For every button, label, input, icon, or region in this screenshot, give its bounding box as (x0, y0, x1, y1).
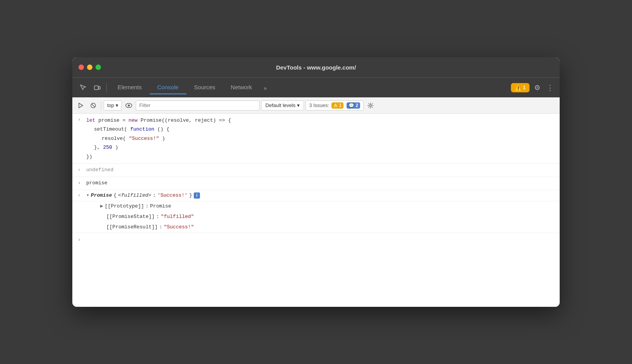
console-input[interactable] (86, 237, 560, 243)
promise-close-brace: } (189, 192, 192, 200)
promise-colon: : (153, 192, 156, 200)
maximize-button[interactable] (96, 65, 101, 70)
levels-arrow: ▾ (297, 102, 300, 108)
code-line-5: }) (86, 152, 560, 161)
svg-point-6 (128, 104, 130, 106)
tab-console[interactable]: Console (150, 81, 186, 94)
console-settings-icon[interactable] (365, 100, 376, 111)
proto-state-key: [[PromiseState]] (106, 213, 155, 221)
promise-state-key: <fulfilled> (118, 192, 151, 200)
proto-state-value: "fulfilled" (161, 213, 194, 221)
minimize-button[interactable] (87, 65, 92, 70)
more-options-icon[interactable]: ⋮ (545, 82, 555, 94)
promise-collapse-arrow[interactable]: ▾ (86, 192, 89, 200)
promise-object: ▾ Promise { <fulfilled> : 'Success!' } i (86, 192, 200, 200)
issues-badge[interactable]: ⚠️ 1 (511, 83, 530, 92)
proto-prototype-value: Promise (150, 202, 171, 211)
info-badge: 💬 2 (347, 102, 360, 109)
block-icon[interactable] (88, 100, 99, 111)
settings-icon[interactable]: ⚙ (533, 82, 542, 94)
code-line-1: let promise = new Promise((resolve, reje… (86, 116, 560, 125)
execute-icon[interactable] (75, 100, 86, 111)
info-icon-badge[interactable]: i (194, 192, 200, 199)
warning-badge: ⚠ 1 (331, 102, 343, 109)
issues-count: 1 (523, 85, 526, 90)
code-line-4: }, 250 ) (86, 143, 560, 152)
promise-result-line: ‹ ▾ Promise { <fulfilled> : 'Success!' }… (72, 190, 560, 202)
tab-network[interactable]: Network (223, 81, 260, 94)
proto-result-line: [[PromiseResult]] : "Success!" (100, 222, 560, 233)
number-250: 250 (103, 145, 112, 150)
device-toolbar-icon[interactable] (91, 82, 103, 94)
svg-line-4 (92, 104, 95, 107)
svg-rect-0 (94, 86, 98, 90)
svg-marker-2 (79, 103, 83, 108)
proto-expand-icon[interactable]: ▶ (100, 202, 103, 211)
top-label: top (107, 102, 114, 108)
proto-prototype-key: [[Prototype]] (105, 202, 144, 211)
console-input-line: › (72, 233, 560, 247)
code-entry-line: › let promise = new Promise((resolve, re… (72, 114, 560, 164)
toolbar-divider (106, 83, 107, 92)
input-chevron: › (72, 236, 86, 244)
window-title: DevTools - www.google.com/ (276, 64, 356, 71)
promise-result-arrow: ‹ (72, 192, 86, 200)
toolbar-right: ⚠️ 1 ⚙ ⋮ (511, 82, 555, 94)
proto-result-key: [[PromiseResult]] (106, 223, 158, 231)
proto-result-value: "Success!" (164, 223, 194, 231)
info-icon-small: 💬 (348, 103, 354, 108)
titlebar: DevTools - www.google.com/ (72, 57, 560, 77)
kw-let: let (86, 117, 95, 123)
promise-label: promise (86, 179, 108, 187)
undefined-result-line: ‹ undefined (72, 164, 560, 177)
promise-class-name: Promise (91, 192, 112, 200)
warn-icon-small: ⚠ (333, 103, 338, 108)
code-line-3: resolve( "Success!" ) (86, 134, 560, 143)
issues-toolbar-badge[interactable]: 3 Issues: ⚠ 1 💬 2 (306, 100, 364, 111)
console-divider-1 (101, 101, 101, 110)
code-block-content: let promise = new Promise((resolve, reje… (86, 115, 560, 162)
kw-function: function (130, 126, 154, 132)
devtools-window: DevTools - www.google.com/ Elements Cons… (72, 57, 560, 307)
top-dropdown-arrow: ▾ (116, 102, 118, 108)
proto-prototype-line: ▶ [[Prototype]] : Promise (100, 201, 560, 212)
issues-label: 3 Issues: (309, 102, 329, 108)
console-toolbar: top ▾ Default levels ▾ 3 Issues: ⚠ 1 💬 2 (72, 97, 560, 114)
warning-icon: ⚠️ (515, 85, 521, 91)
console-output: › let promise = new Promise((resolve, re… (72, 114, 560, 307)
levels-label: Default levels (265, 102, 296, 108)
close-button[interactable] (79, 65, 84, 70)
undefined-text: undefined (86, 166, 113, 174)
result-arrow: ‹ (72, 166, 86, 174)
inspect-element-icon[interactable] (77, 82, 89, 94)
promise-state-value: 'Success!' (157, 192, 188, 200)
tab-elements[interactable]: Elements (110, 81, 150, 94)
proto-section: ▶ [[Prototype]] : Promise [[PromiseState… (72, 201, 560, 233)
tab-bar: Elements Console Sources Network » (110, 81, 509, 94)
kw-new: new (128, 117, 137, 123)
svg-point-7 (370, 104, 372, 106)
tab-toolbar: Elements Console Sources Network » ⚠️ 1 … (72, 77, 560, 97)
tab-more-button[interactable]: » (260, 82, 271, 94)
tab-sources[interactable]: Sources (186, 81, 223, 94)
promise-expand-arrow[interactable]: › (72, 180, 86, 187)
warn-count: 1 (339, 103, 342, 108)
default-levels-button[interactable]: Default levels ▾ (261, 100, 304, 111)
promise-open-brace: { (113, 192, 116, 200)
svg-rect-1 (99, 87, 100, 89)
code-line-2: setTimeout( function () { (86, 125, 560, 134)
entry-arrow[interactable]: › (72, 115, 86, 124)
filter-input[interactable] (136, 100, 260, 111)
info-count: 2 (356, 103, 359, 108)
proto-state-line: [[PromiseState]] : "fulfilled" (100, 212, 560, 222)
console-input-area[interactable] (86, 237, 560, 243)
string-success: "Success!" (129, 136, 159, 141)
promise-input-line: › promise (72, 177, 560, 190)
traffic-lights (79, 65, 101, 70)
eye-icon[interactable] (123, 100, 134, 111)
top-context-select[interactable]: top ▾ (104, 100, 122, 111)
